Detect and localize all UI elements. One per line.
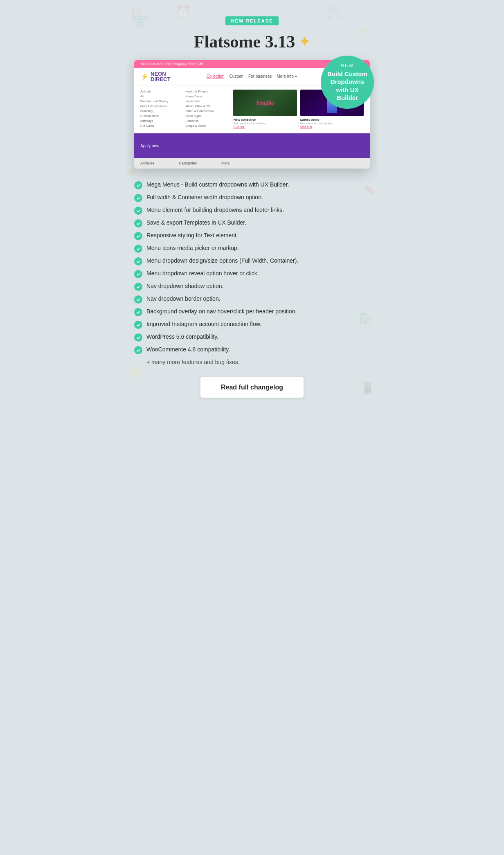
feature-text-3: Menu element for building dropdowns and … bbox=[146, 206, 284, 214]
mock-panel1-image: breathe bbox=[233, 90, 297, 116]
feature-text-extra: + many more features and bug fixes. bbox=[146, 358, 240, 367]
feature-text-8: Menu dropdown reveal option hover or cli… bbox=[146, 270, 259, 278]
feature-text-9: Nav dropdown shadow option. bbox=[146, 282, 223, 290]
mock-nav-links: Collection Custom For business More info… bbox=[207, 74, 297, 79]
title-wrapper: Flatsome 3.13 ✦ bbox=[134, 32, 370, 52]
mock-menu-col1: Animals Art Weather and Galaxy Bars & Re… bbox=[140, 90, 182, 129]
mock-panel1-link: Click me! bbox=[233, 125, 297, 128]
check-icon-7 bbox=[134, 257, 142, 266]
mock-logo: ⚡ NEON DIRECT bbox=[140, 71, 170, 82]
mock-tab-archives: Archives bbox=[140, 161, 155, 165]
top-bar-left: No hidden fees • Free Shipping Over £249 bbox=[140, 62, 203, 66]
nav-link-forbusiness: For business bbox=[248, 74, 272, 79]
mock-panel-new-collection: breathe New collection Get ready for the… bbox=[233, 90, 297, 128]
mock-panel2-link: Click me! bbox=[300, 125, 364, 128]
check-icon-1 bbox=[134, 181, 142, 189]
check-icon-10 bbox=[134, 295, 142, 304]
lightning-icon: ⚡ bbox=[140, 73, 148, 81]
mock-footer-tabs: Archives Categories Meta bbox=[134, 158, 370, 169]
feature-item-7: Menu dropdown design/size options (Full … bbox=[134, 257, 370, 266]
feature-item-1: Mega Menus - Build custom dropdowns with… bbox=[134, 181, 370, 189]
feature-text-10: Nav dropdown border option. bbox=[146, 295, 220, 303]
features-list: Mega Menus - Build custom dropdowns with… bbox=[134, 181, 370, 367]
feature-text-11: Background overlay on nav hover/click pe… bbox=[146, 308, 297, 316]
new-bubble-text: Build Custom Dropdowns with UX Builder bbox=[325, 70, 370, 102]
logo-line2: DIRECT bbox=[151, 76, 170, 82]
check-icon-2 bbox=[134, 194, 142, 202]
check-icon-6 bbox=[134, 245, 142, 253]
check-icon-8 bbox=[134, 270, 142, 278]
mock-purple-section: Apply now bbox=[134, 133, 370, 158]
check-icon-5 bbox=[134, 232, 142, 240]
mock-panel1-title: New collection bbox=[233, 118, 297, 122]
feature-item-12: Improved Instagram account connection fl… bbox=[134, 320, 370, 329]
new-release-badge-wrapper: NEW RELEASE bbox=[134, 16, 370, 25]
feature-text-4: Save & export Templates in UX Builder. bbox=[146, 219, 246, 227]
check-icon-4 bbox=[134, 219, 142, 227]
page-title: Flatsome 3.13 ✦ bbox=[194, 32, 310, 52]
feature-item-14: WooCommerce 4.8 compatibility. bbox=[134, 346, 370, 354]
feature-text-14: WooCommerce 4.8 compatibility. bbox=[146, 346, 230, 354]
new-release-badge: NEW RELEASE bbox=[225, 16, 279, 25]
mock-menu-cols: Animals Art Weather and Galaxy Bars & Re… bbox=[140, 90, 227, 129]
screenshot-container: NEW Build Custom Dropdowns with UX Build… bbox=[134, 60, 370, 169]
feature-text-2: Full width & Container width dropdown op… bbox=[146, 194, 263, 202]
feature-item-5: Responsive styling for Text element. bbox=[134, 232, 370, 240]
mock-tab-meta: Meta bbox=[221, 161, 230, 165]
check-icon-11 bbox=[134, 308, 142, 316]
feature-text-13: WordPress 5.6 compatibility. bbox=[146, 333, 218, 341]
mock-menu-col2: Health & Fitness Home Decor Inspiration … bbox=[185, 90, 227, 129]
check-icon-12 bbox=[134, 321, 142, 329]
feature-item-extra: + many more features and bug fixes. bbox=[134, 358, 370, 367]
feature-text-6: Menu icons media picker or markup. bbox=[146, 244, 239, 252]
new-bubble: NEW Build Custom Dropdowns with UX Build… bbox=[321, 56, 374, 109]
feature-item-2: Full width & Container width dropdown op… bbox=[134, 194, 370, 202]
feature-item-10: Nav dropdown border option. bbox=[134, 295, 370, 304]
mock-panel2-sub: Get ready for the holidays bbox=[300, 122, 364, 125]
feature-item-6: Menu icons media picker or markup. bbox=[134, 244, 370, 253]
logo-text: NEON DIRECT bbox=[151, 71, 170, 82]
feature-item-8: Menu dropdown reveal option hover or cli… bbox=[134, 270, 370, 278]
nav-link-collection: Collection bbox=[207, 74, 225, 79]
mock-panel2-title: Latest deals bbox=[300, 118, 364, 122]
feature-text-12: Improved Instagram account connection fl… bbox=[146, 320, 261, 328]
check-icon-13 bbox=[134, 333, 142, 342]
nav-link-custom: Custom bbox=[230, 74, 243, 79]
feature-item-11: Background overlay on nav hover/click pe… bbox=[134, 308, 370, 316]
check-icon-9 bbox=[134, 283, 142, 291]
read-changelog-button[interactable]: Read full changelog bbox=[200, 377, 304, 398]
mock-tab-categories: Categories bbox=[179, 161, 197, 165]
new-bubble-label: NEW bbox=[341, 63, 354, 68]
title-text: Flatsome 3.13 bbox=[194, 32, 295, 52]
feature-item-9: Nav dropdown shadow option. bbox=[134, 282, 370, 291]
feature-text-5: Responsive styling for Text element. bbox=[146, 232, 238, 240]
feature-item-3: Menu element for building dropdowns and … bbox=[134, 206, 370, 215]
nav-link-moreinfo: More info ▾ bbox=[277, 74, 297, 79]
feature-text-7: Menu dropdown design/size options (Full … bbox=[146, 257, 298, 265]
check-icon-3 bbox=[134, 207, 142, 215]
cta-wrapper: Read full changelog bbox=[134, 377, 370, 398]
mock-panel1-sub: Get ready for the holidays bbox=[233, 122, 297, 125]
feature-item-4: Save & export Templates in UX Builder. bbox=[134, 219, 370, 227]
feature-item-13: WordPress 5.6 compatibility. bbox=[134, 333, 370, 342]
sparkle-icon: ✦ bbox=[299, 34, 310, 50]
feature-text-1: Mega Menus - Build custom dropdowns with… bbox=[146, 181, 289, 189]
check-icon-14 bbox=[134, 346, 142, 354]
